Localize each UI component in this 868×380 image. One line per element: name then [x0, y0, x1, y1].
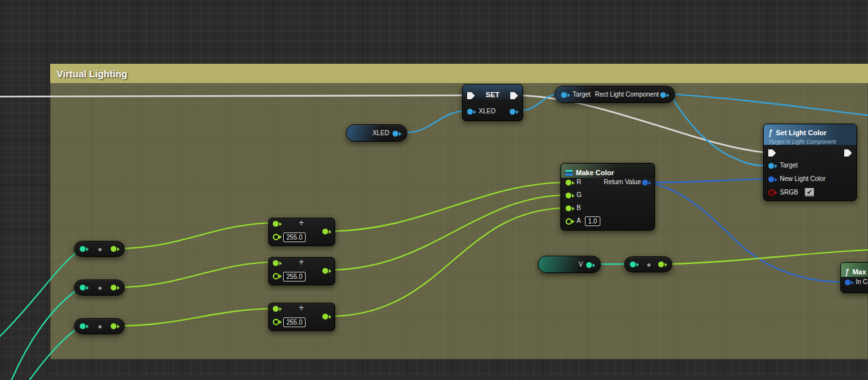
make-struct-icon [566, 170, 573, 176]
comment-box-virtual-lighting[interactable]: Virtual Lighting [50, 64, 868, 359]
pin-a[interactable] [566, 218, 572, 225]
pin-result[interactable] [322, 268, 328, 274]
pin-xled-output[interactable] [510, 109, 515, 115]
conversion-dot-icon [98, 287, 102, 290]
node-get-v[interactable]: V [538, 256, 601, 273]
conversion-dot-icon [647, 263, 651, 267]
node-header[interactable]: ƒSet Light Color Target is Light Compone… [764, 124, 856, 145]
comment-body [50, 64, 868, 359]
node-header[interactable]: Make Color [561, 164, 654, 178]
node-conversion-r[interactable] [74, 241, 125, 257]
pin-srgb-label: SRGB [780, 189, 798, 196]
node-conversion-b[interactable] [74, 318, 125, 334]
variable-label: XLED [373, 129, 389, 137]
pin-r[interactable] [566, 180, 571, 185]
pin-g[interactable] [566, 193, 571, 198]
pin-float-out[interactable] [111, 246, 116, 252]
node-subtitle: Target is Light Component [768, 138, 852, 145]
pin-result[interactable] [322, 229, 328, 234]
pin-return-value[interactable] [642, 180, 648, 185]
pin-target-label: Target [573, 91, 591, 98]
pin-float-out[interactable] [111, 285, 116, 290]
pin-float-out[interactable] [658, 261, 664, 267]
pin-return-value-label: Return Value [604, 178, 641, 185]
pin-divisor[interactable] [273, 319, 279, 325]
pin-new-light-color-label: New Light Color [780, 175, 826, 182]
pin-new-light-color[interactable] [768, 176, 774, 182]
pin-rect-light-component-label: Rect Light Component [595, 91, 659, 98]
pin-target-input[interactable] [561, 92, 567, 98]
comment-title: Virtual Lighting [57, 68, 127, 79]
pin-a-label: A [577, 217, 581, 224]
node-header[interactable]: ƒMax ( [841, 263, 868, 277]
node-divide-b[interactable]: ÷ 255.0 [268, 303, 335, 331]
divide-operator: ÷ [299, 219, 304, 227]
pin-in-color[interactable] [845, 280, 851, 285]
node-get-rect-light-component[interactable]: Target Rect Light Component [555, 86, 675, 103]
comment-header[interactable]: Virtual Lighting [50, 64, 868, 83]
pin-float-out[interactable] [111, 323, 116, 329]
divisor-value-input[interactable]: 255.0 [283, 318, 306, 327]
conversion-dot-icon [98, 325, 102, 328]
pin-srgb[interactable] [768, 189, 775, 196]
pin-result[interactable] [322, 314, 328, 319]
divide-operator: ÷ [299, 258, 304, 266]
node-title: Make Color [576, 169, 614, 176]
pin-xled-out[interactable] [392, 131, 398, 137]
divide-operator: ÷ [299, 304, 304, 312]
function-icon: ƒ [768, 128, 773, 137]
divisor-value-input[interactable]: 255.0 [283, 272, 306, 281]
pin-xled-label: XLED [479, 108, 495, 115]
exec-out-pin[interactable] [844, 149, 852, 157]
pin-target[interactable] [768, 163, 774, 169]
node-title: Set Light Color [776, 129, 827, 137]
pin-rect-light-component-output[interactable] [660, 92, 666, 98]
pin-byte-in[interactable] [630, 261, 636, 267]
pin-b-label: B [577, 204, 581, 211]
node-max[interactable]: ƒMax ( In Co [840, 262, 868, 293]
pin-dividend[interactable] [273, 260, 279, 266]
pin-a-value-input[interactable]: 1.0 [585, 216, 600, 226]
pin-xled-input[interactable] [467, 109, 473, 115]
pin-b[interactable] [566, 205, 571, 211]
srgb-checkbox[interactable]: ✔ [804, 187, 815, 197]
pin-divisor[interactable] [273, 273, 279, 280]
exec-in-pin[interactable] [768, 149, 776, 157]
pin-divisor[interactable] [273, 234, 279, 240]
divisor-value-input[interactable]: 255.0 [283, 233, 306, 242]
node-conversion-g[interactable] [74, 280, 125, 296]
blueprint-graph-canvas[interactable]: Virtual Lighting SET XLED Target [0, 0, 868, 380]
node-conversion-v[interactable] [624, 256, 672, 272]
node-get-xled[interactable]: XLED [346, 124, 407, 142]
variable-label: V [578, 261, 583, 268]
pin-byte-in[interactable] [80, 323, 86, 329]
conversion-dot-icon [98, 248, 102, 251]
pin-r-label: R [577, 178, 581, 185]
pin-g-label: G [577, 191, 582, 198]
pin-dividend[interactable] [273, 221, 279, 227]
pin-in-color-label: In Co [856, 278, 868, 285]
pin-dividend[interactable] [273, 306, 279, 312]
node-make-color[interactable]: Make Color R Return Value G B A 1.0 [560, 163, 655, 231]
pin-byte-in[interactable] [80, 246, 86, 252]
node-set-xled[interactable]: SET XLED [462, 84, 523, 121]
node-divide-r[interactable]: ÷ 255.0 [268, 218, 335, 246]
pin-target-label: Target [780, 162, 798, 169]
pin-v-out[interactable] [586, 262, 592, 268]
node-divide-g[interactable]: ÷ 255.0 [268, 257, 335, 285]
pin-byte-in[interactable] [80, 285, 86, 290]
function-icon: ƒ [845, 267, 849, 276]
node-title: Max ( [853, 268, 868, 276]
node-set-light-color[interactable]: ƒSet Light Color Target is Light Compone… [763, 124, 857, 201]
